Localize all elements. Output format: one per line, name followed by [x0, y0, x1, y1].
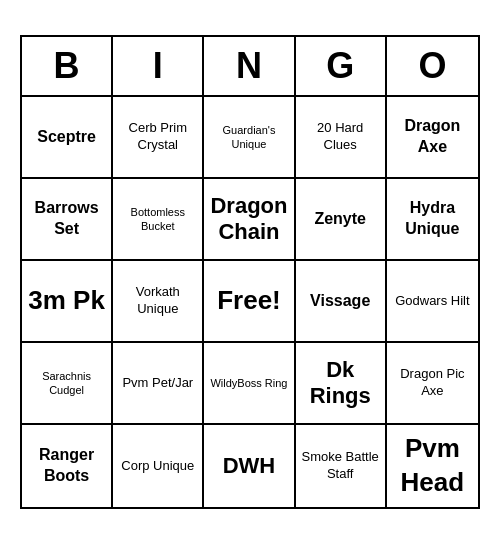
bingo-cell-3: 20 Hard Clues	[296, 97, 387, 179]
bingo-cell-23: Smoke Battle Staff	[296, 425, 387, 507]
bingo-cell-17: WildyBoss Ring	[204, 343, 295, 425]
cell-text-14: Godwars Hilt	[395, 293, 469, 310]
bingo-cell-9: Hydra Unique	[387, 179, 478, 261]
cell-text-8: Zenyte	[314, 209, 366, 230]
cell-text-21: Corp Unique	[121, 458, 194, 475]
cell-text-2: Guardian's Unique	[208, 123, 289, 152]
bingo-cell-14: Godwars Hilt	[387, 261, 478, 343]
bingo-header: BINGO	[22, 37, 478, 97]
cell-text-4: Dragon Axe	[391, 116, 474, 158]
bingo-cell-6: Bottomless Bucket	[113, 179, 204, 261]
cell-text-9: Hydra Unique	[391, 198, 474, 240]
bingo-cell-21: Corp Unique	[113, 425, 204, 507]
bingo-cell-15: Sarachnis Cudgel	[22, 343, 113, 425]
bingo-cell-24: Pvm Head	[387, 425, 478, 507]
cell-text-6: Bottomless Bucket	[117, 205, 198, 234]
bingo-letter-o: O	[387, 37, 478, 95]
cell-text-3: 20 Hard Clues	[300, 120, 381, 154]
cell-text-5: Barrows Set	[26, 198, 107, 240]
cell-text-18: Dk Rings	[300, 357, 381, 410]
bingo-letter-b: B	[22, 37, 113, 95]
bingo-cell-10: 3m Pk	[22, 261, 113, 343]
bingo-card: BINGO SceptreCerb Prim CrystalGuardian's…	[20, 35, 480, 509]
cell-text-11: Vorkath Unique	[117, 284, 198, 318]
cell-text-10: 3m Pk	[28, 284, 105, 318]
cell-text-20: Ranger Boots	[26, 445, 107, 487]
bingo-grid: SceptreCerb Prim CrystalGuardian's Uniqu…	[22, 97, 478, 507]
bingo-cell-4: Dragon Axe	[387, 97, 478, 179]
cell-text-17: WildyBoss Ring	[210, 376, 287, 390]
cell-text-16: Pvm Pet/Jar	[122, 375, 193, 392]
bingo-letter-n: N	[204, 37, 295, 95]
bingo-cell-12: Free!	[204, 261, 295, 343]
cell-text-12: Free!	[217, 284, 281, 318]
bingo-cell-1: Cerb Prim Crystal	[113, 97, 204, 179]
bingo-cell-18: Dk Rings	[296, 343, 387, 425]
cell-text-7: Dragon Chain	[208, 193, 289, 246]
cell-text-0: Sceptre	[37, 127, 96, 148]
cell-text-1: Cerb Prim Crystal	[117, 120, 198, 154]
bingo-cell-11: Vorkath Unique	[113, 261, 204, 343]
bingo-cell-22: DWH	[204, 425, 295, 507]
bingo-cell-16: Pvm Pet/Jar	[113, 343, 204, 425]
cell-text-22: DWH	[223, 453, 276, 479]
cell-text-13: Vissage	[310, 291, 370, 312]
bingo-cell-7: Dragon Chain	[204, 179, 295, 261]
bingo-letter-g: G	[296, 37, 387, 95]
bingo-cell-13: Vissage	[296, 261, 387, 343]
cell-text-23: Smoke Battle Staff	[300, 449, 381, 483]
bingo-cell-8: Zenyte	[296, 179, 387, 261]
bingo-cell-20: Ranger Boots	[22, 425, 113, 507]
cell-text-24: Pvm Head	[391, 432, 474, 500]
cell-text-15: Sarachnis Cudgel	[26, 369, 107, 398]
bingo-letter-i: I	[113, 37, 204, 95]
bingo-cell-19: Dragon Pic Axe	[387, 343, 478, 425]
cell-text-19: Dragon Pic Axe	[391, 366, 474, 400]
bingo-cell-5: Barrows Set	[22, 179, 113, 261]
bingo-cell-2: Guardian's Unique	[204, 97, 295, 179]
bingo-cell-0: Sceptre	[22, 97, 113, 179]
